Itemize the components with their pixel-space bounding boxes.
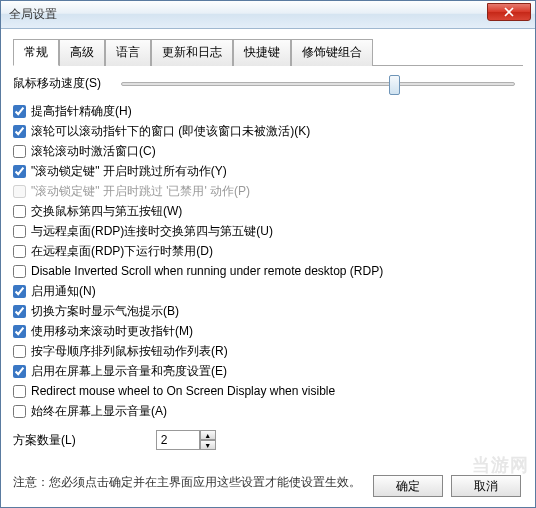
tab-bar: 常规 高级 语言 更新和日志 快捷键 修饰键组合 bbox=[13, 38, 523, 66]
slider-thumb[interactable] bbox=[389, 75, 400, 95]
option-row-4: "滚动锁定键" 开启时跳过 '已禁用' 动作(P) bbox=[13, 182, 523, 200]
option-checkbox-11[interactable] bbox=[13, 325, 26, 338]
option-label-11: 使用移动来滚动时更改指针(M) bbox=[31, 322, 193, 340]
option-row-7: 在远程桌面(RDP)下运行时禁用(D) bbox=[13, 242, 523, 260]
option-row-11: 使用移动来滚动时更改指针(M) bbox=[13, 322, 523, 340]
option-row-1: 滚轮可以滚动指针下的窗口 (即使该窗口未被激活)(K) bbox=[13, 122, 523, 140]
option-checkbox-5[interactable] bbox=[13, 205, 26, 218]
option-row-9: 启用通知(N) bbox=[13, 282, 523, 300]
option-label-3: "滚动锁定键" 开启时跳过所有动作(Y) bbox=[31, 162, 227, 180]
option-label-0: 提高指针精确度(H) bbox=[31, 102, 132, 120]
option-label-10: 切换方案时显示气泡提示(B) bbox=[31, 302, 179, 320]
titlebar: 全局设置 bbox=[1, 1, 535, 29]
option-label-6: 与远程桌面(RDP)连接时交换第四与第五键(U) bbox=[31, 222, 273, 240]
tab-hotkeys[interactable]: 快捷键 bbox=[233, 39, 291, 66]
profile-count-label: 方案数量(L) bbox=[13, 432, 76, 449]
option-label-7: 在远程桌面(RDP)下运行时禁用(D) bbox=[31, 242, 213, 260]
option-row-6: 与远程桌面(RDP)连接时交换第四与第五键(U) bbox=[13, 222, 523, 240]
tab-updates[interactable]: 更新和日志 bbox=[151, 39, 233, 66]
option-label-13: 启用在屏幕上显示音量和亮度设置(E) bbox=[31, 362, 227, 380]
option-checkbox-2[interactable] bbox=[13, 145, 26, 158]
option-row-14: Redirect mouse wheel to On Screen Displa… bbox=[13, 382, 523, 400]
option-checkbox-14[interactable] bbox=[13, 385, 26, 398]
button-bar: 确定 取消 bbox=[373, 475, 521, 497]
option-checkbox-13[interactable] bbox=[13, 365, 26, 378]
option-checkbox-12[interactable] bbox=[13, 345, 26, 358]
option-checkbox-8[interactable] bbox=[13, 265, 26, 278]
profile-count-row: 方案数量(L) ▲ ▼ bbox=[13, 430, 523, 450]
ok-button[interactable]: 确定 bbox=[373, 475, 443, 497]
profile-count-input[interactable] bbox=[156, 430, 200, 450]
option-row-13: 启用在屏幕上显示音量和亮度设置(E) bbox=[13, 362, 523, 380]
option-checkbox-6[interactable] bbox=[13, 225, 26, 238]
option-row-15: 始终在屏幕上显示音量(A) bbox=[13, 402, 523, 420]
option-row-8: Disable Inverted Scroll when running und… bbox=[13, 262, 523, 280]
tab-language[interactable]: 语言 bbox=[105, 39, 151, 66]
option-row-10: 切换方案时显示气泡提示(B) bbox=[13, 302, 523, 320]
content-area: 常规 高级 语言 更新和日志 快捷键 修饰键组合 鼠标移动速度(S) 提高指针精… bbox=[1, 29, 535, 501]
tab-modifiers[interactable]: 修饰键组合 bbox=[291, 39, 373, 66]
option-row-0: 提高指针精确度(H) bbox=[13, 102, 523, 120]
option-label-12: 按字母顺序排列鼠标按钮动作列表(R) bbox=[31, 342, 228, 360]
cancel-button[interactable]: 取消 bbox=[451, 475, 521, 497]
spinner-down-button[interactable]: ▼ bbox=[200, 440, 216, 450]
option-row-2: 滚轮滚动时激活窗口(C) bbox=[13, 142, 523, 160]
option-checkbox-15[interactable] bbox=[13, 405, 26, 418]
option-checkbox-10[interactable] bbox=[13, 305, 26, 318]
option-row-3: "滚动锁定键" 开启时跳过所有动作(Y) bbox=[13, 162, 523, 180]
option-label-15: 始终在屏幕上显示音量(A) bbox=[31, 402, 167, 420]
mouse-speed-row: 鼠标移动速度(S) bbox=[13, 75, 523, 92]
option-checkbox-1[interactable] bbox=[13, 125, 26, 138]
option-label-9: 启用通知(N) bbox=[31, 282, 96, 300]
spinner-up-button[interactable]: ▲ bbox=[200, 430, 216, 440]
close-icon bbox=[504, 7, 514, 17]
mouse-speed-slider[interactable] bbox=[121, 82, 515, 86]
tab-advanced[interactable]: 高级 bbox=[59, 39, 105, 66]
option-label-5: 交换鼠标第四与第五按钮(W) bbox=[31, 202, 182, 220]
option-label-14: Redirect mouse wheel to On Screen Displa… bbox=[31, 382, 335, 400]
window-title: 全局设置 bbox=[9, 6, 57, 23]
options-list: 提高指针精确度(H)滚轮可以滚动指针下的窗口 (即使该窗口未被激活)(K)滚轮滚… bbox=[13, 102, 523, 420]
option-label-8: Disable Inverted Scroll when running und… bbox=[31, 262, 383, 280]
settings-window: 全局设置 常规 高级 语言 更新和日志 快捷键 修饰键组合 鼠标移动速度(S) … bbox=[0, 0, 536, 508]
mouse-speed-label: 鼠标移动速度(S) bbox=[13, 75, 101, 92]
option-row-5: 交换鼠标第四与第五按钮(W) bbox=[13, 202, 523, 220]
option-label-4: "滚动锁定键" 开启时跳过 '已禁用' 动作(P) bbox=[31, 182, 250, 200]
option-label-1: 滚轮可以滚动指针下的窗口 (即使该窗口未被激活)(K) bbox=[31, 122, 310, 140]
option-checkbox-9[interactable] bbox=[13, 285, 26, 298]
option-checkbox-0[interactable] bbox=[13, 105, 26, 118]
option-checkbox-4 bbox=[13, 185, 26, 198]
option-label-2: 滚轮滚动时激活窗口(C) bbox=[31, 142, 156, 160]
close-button[interactable] bbox=[487, 3, 531, 21]
option-row-12: 按字母顺序排列鼠标按钮动作列表(R) bbox=[13, 342, 523, 360]
option-checkbox-3[interactable] bbox=[13, 165, 26, 178]
option-checkbox-7[interactable] bbox=[13, 245, 26, 258]
tab-general[interactable]: 常规 bbox=[13, 39, 59, 66]
